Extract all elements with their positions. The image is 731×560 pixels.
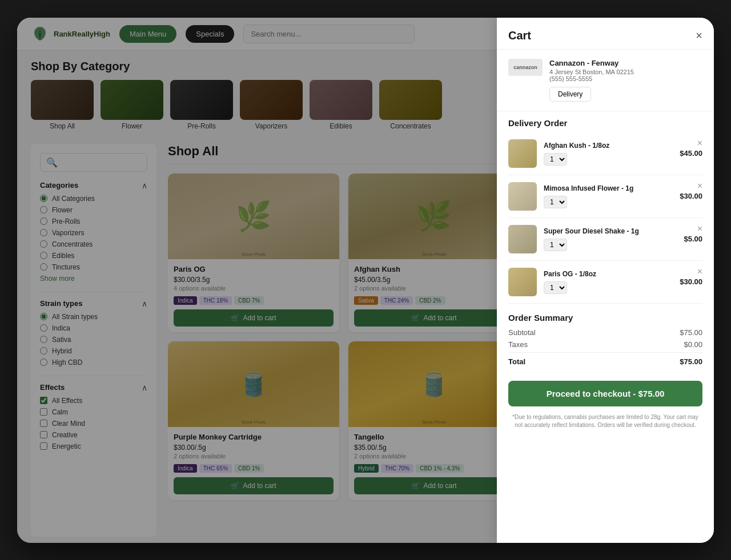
subtotal-value: $75.00 — [680, 328, 702, 337]
taxes-label: Taxes — [508, 340, 528, 349]
cart-item-name-mimosa: Mimosa Infused Flower - 1g — [544, 184, 673, 192]
delivery-button[interactable]: Delivery — [549, 87, 591, 102]
cart-item-details-paris-og: Paris OG - 1/8oz 123 — [544, 270, 673, 294]
cart-item-img-afghan-kush — [508, 139, 537, 168]
cart-item-img-mimosa — [508, 182, 537, 211]
cart-item-remove-super-sour[interactable]: × — [697, 224, 702, 234]
cart-item-img-super-sour — [508, 225, 537, 253]
cart-item-name-super-sour: Super Sour Diesel Shake - 1g — [544, 227, 677, 235]
cart-disclaimer: *Due to regulations, cannabis purchases … — [497, 413, 714, 438]
cart-item-price-mimosa: $30.00 — [680, 192, 702, 200]
total-value: $75.00 — [680, 357, 702, 366]
store-address: 4 Jersey St Boston, MA 02215 — [549, 69, 702, 75]
cart-items-list: Afghan Kush - 1/8oz 123 $45.00 × — [497, 132, 714, 304]
cart-item-qty-select-afghan-kush[interactable]: 123 — [544, 153, 567, 166]
delivery-order-title: Delivery Order — [497, 111, 714, 132]
cart-title: Cart — [508, 29, 531, 42]
store-logo: cannazon — [508, 59, 543, 76]
cart-item-qty-select-mimosa[interactable]: 123 — [544, 196, 567, 208]
cart-item-qty-afghan-kush: 123 — [544, 153, 673, 166]
cart-header: Cart × — [497, 18, 714, 50]
subtotal-label: Subtotal — [508, 328, 536, 337]
order-summary: Order Summary Subtotal $75.00 Taxes $0.0… — [497, 304, 714, 374]
main-app: RankReallyHigh Main Menu Specials Shop B… — [17, 18, 714, 543]
store-details: Cannazon - Fenway 4 Jersey St Boston, MA… — [549, 59, 702, 102]
cart-item-afghan-kush: Afghan Kush - 1/8oz 123 $45.00 × — [508, 132, 702, 175]
device-frame: RankReallyHigh Main Menu Specials Shop B… — [17, 18, 714, 543]
cart-item-details-super-sour: Super Sour Diesel Shake - 1g 123 — [544, 227, 677, 251]
checkout-button[interactable]: Proceed to checkout - $75.00 — [508, 381, 702, 406]
cart-store-info: cannazon Cannazon - Fenway 4 Jersey St B… — [497, 50, 714, 111]
cart-item-qty-paris-og: 123 — [544, 281, 673, 294]
cart-item-paris-og: Paris OG - 1/8oz 123 $30.00 × — [508, 261, 702, 304]
summary-row-total: Total $75.00 — [508, 352, 702, 366]
cart-item-price-paris-og: $30.00 — [680, 277, 702, 286]
cart-item-super-sour: Super Sour Diesel Shake - 1g 123 $5.00 × — [508, 218, 702, 261]
cart-item-remove-mimosa[interactable]: × — [697, 181, 702, 191]
cart-item-price-afghan-kush: $45.00 — [680, 149, 702, 158]
taxes-value: $0.00 — [684, 340, 702, 349]
total-label: Total — [508, 357, 525, 366]
cart-panel: Cart × cannazon Cannazon - Fenway 4 Jers… — [497, 18, 714, 543]
cart-item-remove-paris-og[interactable]: × — [697, 267, 702, 277]
store-name: Cannazon - Fenway — [549, 59, 702, 67]
summary-row-subtotal: Subtotal $75.00 — [508, 328, 702, 337]
store-phone: (555) 555-5555 — [549, 75, 702, 82]
cart-item-qty-super-sour: 123 — [544, 239, 677, 251]
cart-item-remove-afghan-kush[interactable]: × — [697, 138, 702, 148]
cart-close-button[interactable]: × — [696, 29, 702, 42]
cart-item-details-mimosa: Mimosa Infused Flower - 1g 123 — [544, 184, 673, 208]
cart-item-img-paris-og — [508, 268, 537, 296]
cart-item-name-paris-og: Paris OG - 1/8oz — [544, 270, 673, 278]
cart-item-mimosa: Mimosa Infused Flower - 1g 123 $30.00 × — [508, 175, 702, 218]
cart-item-qty-select-paris-og[interactable]: 123 — [544, 281, 567, 294]
order-summary-title: Order Summary — [508, 313, 702, 323]
cart-item-qty-select-super-sour[interactable]: 123 — [544, 239, 567, 251]
cart-item-name-afghan-kush: Afghan Kush - 1/8oz — [544, 142, 673, 150]
summary-row-taxes: Taxes $0.00 — [508, 340, 702, 349]
cart-item-qty-mimosa: 123 — [544, 196, 673, 208]
cart-item-price-super-sour: $5.00 — [684, 235, 702, 243]
cart-item-details-afghan-kush: Afghan Kush - 1/8oz 123 — [544, 142, 673, 166]
store-logo-text: cannazon — [513, 65, 537, 70]
